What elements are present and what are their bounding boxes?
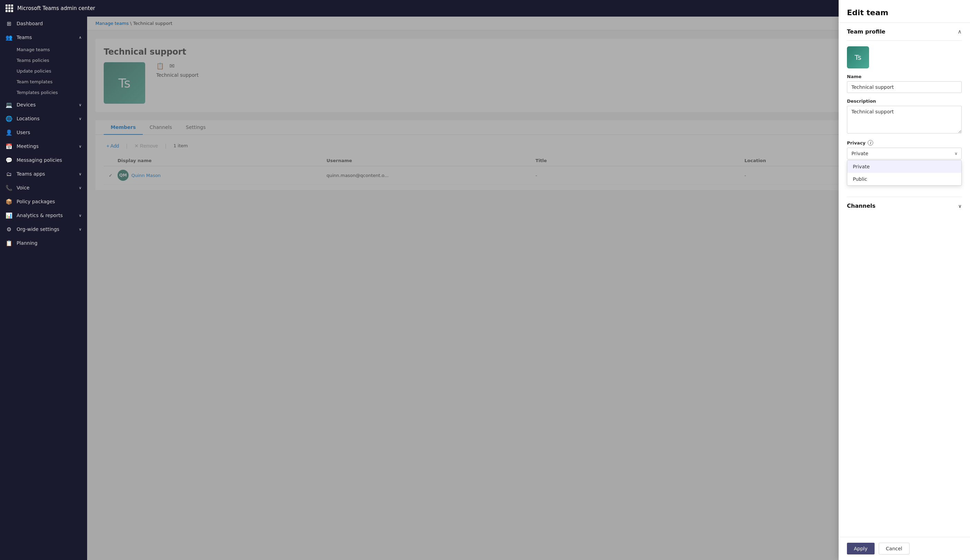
sidebar-item-label: Voice [17,185,75,190]
description-field-group: Description Technical support [847,98,962,135]
panel-footer: Apply Cancel [838,537,970,560]
overlay-backdrop [87,17,970,560]
privacy-field-group: Privacy i Private Public ∨ Private Publi… [847,140,962,186]
topbar: Microsoft Teams admin center [0,0,970,17]
sidebar-item-label: Analytics & reports [17,213,75,218]
description-input[interactable]: Technical support [847,106,962,133]
channels-section-title: Channels [847,203,876,209]
edit-team-panel: Edit team Team profile ∧ Ts Name Descrip… [838,0,970,560]
privacy-dropdown-list: Private Public [847,160,962,186]
sidebar-item-label: Locations [17,116,75,121]
team-profile-content: Ts Name Description Technical support Pr… [847,41,962,197]
sidebar-item-label: Dashboard [17,21,82,26]
sidebar-item-manage-teams[interactable]: Manage teams [0,44,87,55]
sidebar-item-templates-policies[interactable]: Templates policies [0,87,87,98]
chevron-down-icon: ∨ [79,227,82,232]
analytics-icon: 📊 [5,212,12,219]
chevron-down-icon: ∨ [79,144,82,148]
sidebar-item-label: Teams [17,35,75,40]
name-field-group: Name [847,74,962,93]
sidebar-item-messaging-policies[interactable]: 💬 Messaging policies [0,153,87,167]
chevron-down-icon: ∨ [79,172,82,176]
sidebar: ⊞ Dashboard 👥 Teams ∧ Manage teams Teams… [0,17,87,560]
apps-icon: 🗂 [5,170,12,177]
dropdown-item-public[interactable]: Public [847,173,962,185]
chevron-down-icon: ∨ [79,117,82,121]
sidebar-item-label: Users [17,130,82,135]
channels-section-header[interactable]: Channels ∨ [847,197,962,215]
description-label: Description [847,98,962,104]
privacy-label: Privacy i [847,140,962,145]
sidebar-item-label: Messaging policies [17,157,82,163]
sidebar-item-teams[interactable]: 👥 Teams ∧ [0,30,87,44]
sidebar-item-label: Meetings [17,143,75,149]
chevron-up-icon: ∧ [79,35,82,40]
voice-icon: 📞 [5,184,12,191]
packages-icon: 📦 [5,198,12,205]
sidebar-item-planning[interactable]: 📋 Planning [0,236,87,250]
sidebar-item-analytics[interactable]: 📊 Analytics & reports ∨ [0,208,87,222]
users-icon: 👤 [5,129,12,136]
messaging-icon: 💬 [5,157,12,163]
sidebar-item-policy-packages[interactable]: 📦 Policy packages [0,195,87,208]
sidebar-item-meetings[interactable]: 📅 Meetings ∨ [0,139,87,153]
privacy-select-wrapper: Private Public ∨ [847,148,962,159]
planning-icon: 📋 [5,240,12,247]
sidebar-item-users[interactable]: 👤 Users [0,125,87,139]
chevron-up-icon: ∧ [958,28,962,35]
sidebar-item-team-templates[interactable]: Team templates [0,77,87,87]
panel-header: Edit team [838,0,970,23]
name-label: Name [847,74,962,79]
locations-icon: 🌐 [5,115,12,122]
sidebar-item-label: Org-wide settings [17,227,75,232]
section-title: Team profile [847,28,885,35]
dashboard-icon: ⊞ [5,20,12,27]
sidebar-item-label: Devices [17,102,75,108]
meetings-icon: 📅 [5,143,12,150]
name-input[interactable] [847,81,962,93]
sidebar-item-label: Planning [17,240,82,246]
apps-icon[interactable] [5,5,13,12]
teams-icon: 👥 [5,34,12,41]
chevron-down-icon: ∨ [79,186,82,190]
team-profile-header[interactable]: Team profile ∧ [847,23,962,41]
sidebar-item-voice[interactable]: 📞 Voice ∨ [0,181,87,195]
chevron-down-icon: ∨ [79,103,82,107]
sidebar-item-label: Teams apps [17,171,75,177]
panel-title: Edit team [847,8,962,17]
privacy-select[interactable]: Private Public [847,148,962,159]
team-profile-section: Team profile ∧ Ts Name Description Techn… [847,23,962,197]
sidebar-item-teams-apps[interactable]: 🗂 Teams apps ∨ [0,167,87,181]
chevron-down-icon: ∨ [79,213,82,218]
sidebar-item-label: Policy packages [17,199,82,204]
panel-body: Team profile ∧ Ts Name Description Techn… [838,23,970,537]
panel-team-avatar: Ts [847,46,869,68]
app-title: Microsoft Teams admin center [17,5,95,12]
dropdown-item-private[interactable]: Private [847,160,962,173]
sidebar-item-dashboard[interactable]: ⊞ Dashboard [0,17,87,30]
sidebar-item-update-policies[interactable]: Update policies [0,66,87,77]
sidebar-item-org-wide[interactable]: ⚙ Org-wide settings ∨ [0,222,87,236]
apply-button[interactable]: Apply [847,543,875,555]
org-icon: ⚙ [5,226,12,233]
teams-submenu: Manage teams Teams policies Update polic… [0,44,87,98]
sidebar-item-teams-policies[interactable]: Teams policies [0,55,87,66]
sidebar-item-devices[interactable]: 💻 Devices ∨ [0,98,87,112]
devices-icon: 💻 [5,101,12,108]
privacy-info-icon: i [868,140,873,145]
chevron-down-icon: ∨ [958,203,962,209]
sidebar-item-locations[interactable]: 🌐 Locations ∨ [0,112,87,125]
cancel-button[interactable]: Cancel [879,543,910,555]
